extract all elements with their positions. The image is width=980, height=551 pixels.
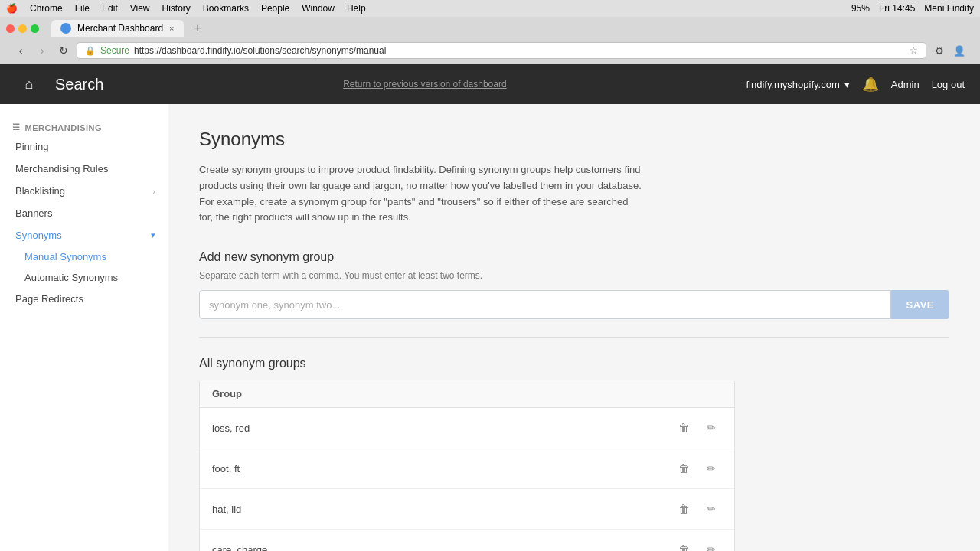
extensions-button[interactable]: ⚙ xyxy=(931,42,948,59)
address-bar[interactable]: 🔒 Secure https://dashboard.findify.io/so… xyxy=(77,42,926,59)
synonym-terms: hat, lid xyxy=(212,504,673,515)
delete-button[interactable]: 🗑 xyxy=(673,498,694,520)
synonym-terms: foot, ft xyxy=(212,463,673,474)
home-button[interactable]: ⌂ xyxy=(15,70,43,98)
content-area: Synonyms Create synonym groups to improv… xyxy=(168,104,980,551)
table-row: care, charge 🗑 ✏ xyxy=(200,530,734,551)
sidebar-subitem-automatic-synonyms[interactable]: Automatic Synonyms xyxy=(0,267,168,288)
sidebar-item-synonyms[interactable]: Synonyms ▾ xyxy=(0,224,168,246)
browser-tab-active[interactable]: Merchant Dashboard × xyxy=(51,20,184,37)
synonym-input[interactable] xyxy=(199,290,891,319)
mac-menubar: 🍎 Chrome File Edit View History Bookmark… xyxy=(0,0,980,17)
mac-chrome-menu[interactable]: Chrome xyxy=(30,3,63,14)
bookmark-icon[interactable]: ☆ xyxy=(910,45,918,56)
sidebar-item-blacklisting[interactable]: Blacklisting › xyxy=(0,180,168,202)
sidebar-section-title: ☰ MERCHANDISING xyxy=(0,116,168,135)
user-profile-button[interactable]: 👤 xyxy=(951,42,968,59)
mac-bookmarks-menu[interactable]: Bookmarks xyxy=(203,3,249,14)
delete-button[interactable]: 🗑 xyxy=(673,417,694,439)
add-group-subtitle: Separate each term with a comma. You mus… xyxy=(199,270,949,281)
row-actions: 🗑 ✏ xyxy=(673,539,722,551)
sidebar-item-page-redirects[interactable]: Page Redirects xyxy=(0,288,168,310)
admin-link[interactable]: Admin xyxy=(891,79,920,90)
main-layout: ☰ MERCHANDISING Pinning Merchandising Ru… xyxy=(0,104,980,551)
top-nav-right: findify.myshopify.com ▾ 🔔 Admin Log out xyxy=(746,76,965,93)
logout-button[interactable]: Log out xyxy=(932,79,965,90)
mac-file-menu[interactable]: File xyxy=(75,3,90,14)
mac-apple-menu[interactable]: 🍎 xyxy=(6,3,18,14)
edit-button[interactable]: ✏ xyxy=(701,539,722,551)
window-close-button[interactable] xyxy=(6,24,15,33)
blacklisting-chevron-icon: › xyxy=(152,187,155,196)
sidebar: ☰ MERCHANDISING Pinning Merchandising Ru… xyxy=(0,104,168,551)
sidebar-item-banners[interactable]: Banners xyxy=(0,202,168,224)
mac-user: Meni Findify xyxy=(924,3,974,14)
edit-button[interactable]: ✏ xyxy=(701,498,722,520)
browser-chrome: Merchant Dashboard × + ‹ › ↻ 🔒 Secure ht… xyxy=(0,17,980,64)
table-header: Group xyxy=(200,380,734,408)
sidebar-section-icon: ☰ xyxy=(12,122,21,132)
mac-view-menu[interactable]: View xyxy=(130,3,150,14)
tab-favicon xyxy=(60,23,71,34)
edit-button[interactable]: ✏ xyxy=(701,458,722,479)
shop-chevron-icon: ▾ xyxy=(844,79,850,90)
tab-title: Merchant Dashboard xyxy=(77,23,163,34)
new-tab-button[interactable]: + xyxy=(190,20,206,37)
mac-edit-menu[interactable]: Edit xyxy=(102,3,118,14)
notifications-button[interactable]: 🔔 xyxy=(862,76,879,93)
window-maximize-button[interactable] xyxy=(31,24,39,33)
security-icon: 🔒 xyxy=(85,46,96,56)
sidebar-item-merchandising-rules[interactable]: Merchandising Rules xyxy=(0,158,168,180)
add-synonym-row: SAVE xyxy=(199,290,949,319)
mac-help-menu[interactable]: Help xyxy=(347,3,366,14)
mac-history-menu[interactable]: History xyxy=(162,3,191,14)
forward-button[interactable]: › xyxy=(34,42,51,59)
row-actions: 🗑 ✏ xyxy=(673,498,722,520)
add-group-section-title: Add new synonym group xyxy=(199,250,949,264)
return-to-previous-link[interactable]: Return to previous version of dashboard xyxy=(116,79,733,90)
sidebar-subitem-manual-synonyms[interactable]: Manual Synonyms xyxy=(0,246,168,267)
delete-button[interactable]: 🗑 xyxy=(673,539,694,551)
edit-button[interactable]: ✏ xyxy=(701,417,722,439)
synonym-groups-table: Group loss, red 🗑 ✏ foot, ft 🗑 ✏ xyxy=(199,380,735,551)
protocol-label: Secure xyxy=(100,45,129,56)
page-title: Synonyms xyxy=(199,129,949,150)
row-actions: 🗑 ✏ xyxy=(673,417,722,439)
mac-time: Fri 14:45 xyxy=(879,3,915,14)
back-button[interactable]: ‹ xyxy=(12,42,29,59)
mac-battery: 95% xyxy=(851,3,870,14)
row-actions: 🗑 ✏ xyxy=(673,458,722,479)
all-groups-title: All synonym groups xyxy=(199,357,949,370)
table-row: loss, red 🗑 ✏ xyxy=(200,408,734,448)
shop-selector[interactable]: findify.myshopify.com ▾ xyxy=(746,79,849,90)
save-button[interactable]: SAVE xyxy=(891,290,949,319)
window-minimize-button[interactable] xyxy=(18,24,27,33)
section-divider xyxy=(199,337,949,338)
table-row: hat, lid 🗑 ✏ xyxy=(200,489,734,530)
tab-close-button[interactable]: × xyxy=(169,24,174,33)
mac-people-menu[interactable]: People xyxy=(261,3,289,14)
browser-nav-bar: ‹ › ↻ 🔒 Secure https://dashboard.findify… xyxy=(6,40,974,61)
sidebar-item-pinning[interactable]: Pinning xyxy=(0,135,168,158)
synonyms-chevron-icon: ▾ xyxy=(151,230,155,240)
delete-button[interactable]: 🗑 xyxy=(673,458,694,479)
top-navigation: ⌂ Search Return to previous version of d… xyxy=(0,64,980,104)
app-container: ⌂ Search Return to previous version of d… xyxy=(0,64,980,551)
reload-button[interactable]: ↻ xyxy=(55,42,72,59)
app-title: Search xyxy=(55,76,103,93)
shop-name: findify.myshopify.com xyxy=(746,79,839,90)
url-text: https://dashboard.findify.io/solutions/s… xyxy=(134,45,386,56)
home-icon: ⌂ xyxy=(25,77,34,93)
mac-window-menu[interactable]: Window xyxy=(302,3,335,14)
tab-bar: Merchant Dashboard × + xyxy=(6,20,974,37)
synonym-terms: care, charge xyxy=(212,544,673,551)
synonym-terms: loss, red xyxy=(212,422,673,434)
table-row: foot, ft 🗑 ✏ xyxy=(200,448,734,489)
page-description: Create synonym groups to improve product… xyxy=(199,162,643,226)
